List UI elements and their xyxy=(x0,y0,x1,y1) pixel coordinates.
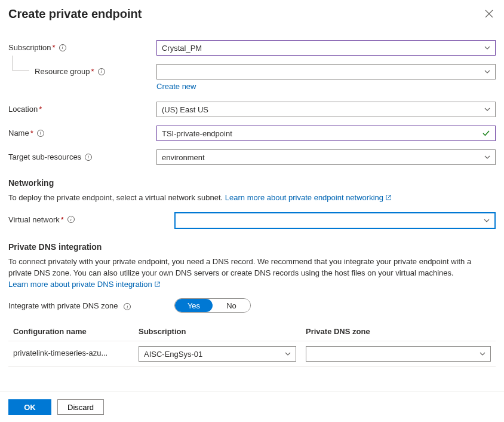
info-icon[interactable]: i xyxy=(37,130,44,137)
external-link-icon xyxy=(385,193,392,200)
external-link-icon xyxy=(154,280,161,286)
chevron-down-icon xyxy=(484,69,490,75)
virtual-network-label: Virtual network xyxy=(8,215,60,224)
required-asterisk: * xyxy=(91,67,94,76)
col-private-dns-zone: Private DNS zone xyxy=(301,323,496,341)
resource-group-label: Resource group xyxy=(35,67,90,76)
integrate-dns-toggle[interactable]: Yes No xyxy=(174,298,251,313)
table-row: privatelink-timeseries-azu... AISC-EngSy… xyxy=(8,341,496,367)
subscription-dropdown[interactable]: Crystal_PM xyxy=(156,40,496,56)
target-sub-resources-label: Target sub-resources xyxy=(8,152,81,161)
config-name-cell: privatelink-timeseries-azu... xyxy=(13,348,107,357)
chevron-down-icon xyxy=(484,106,490,112)
chevron-down-icon xyxy=(484,154,490,160)
virtual-network-dropdown[interactable] xyxy=(174,212,496,229)
info-icon[interactable]: i xyxy=(124,303,131,310)
target-sub-resources-dropdown[interactable]: environment xyxy=(156,149,496,165)
networking-description: To deploy the private endpoint, select a… xyxy=(8,192,496,204)
dns-description: To connect privately with your private e… xyxy=(8,256,496,290)
close-icon[interactable] xyxy=(483,7,496,22)
toggle-no[interactable]: No xyxy=(213,299,250,312)
learn-more-networking-link[interactable]: Learn more about private endpoint networ… xyxy=(225,193,392,202)
dns-heading: Private DNS integration xyxy=(8,242,496,252)
required-asterisk: * xyxy=(39,105,42,114)
required-asterisk: * xyxy=(61,215,64,224)
chevron-down-icon xyxy=(480,351,485,357)
dns-config-table: Configuration name Subscription Private … xyxy=(8,323,496,367)
info-icon[interactable]: i xyxy=(59,44,66,51)
row-subscription-dropdown[interactable]: AISC-EngSys-01 xyxy=(139,346,296,362)
ok-button[interactable]: OK xyxy=(8,399,51,415)
col-config-name: Configuration name xyxy=(8,323,134,341)
required-asterisk: * xyxy=(53,43,56,52)
create-new-link[interactable]: Create new xyxy=(156,82,196,91)
chevron-down-icon xyxy=(484,45,490,51)
integrate-dns-label: Integrate with private DNS zone xyxy=(8,301,118,310)
info-icon[interactable]: i xyxy=(67,216,75,223)
subscription-label: Subscription xyxy=(8,43,51,52)
chevron-down-icon xyxy=(285,351,291,357)
info-icon[interactable]: i xyxy=(98,68,105,75)
toggle-yes[interactable]: Yes xyxy=(175,299,213,312)
location-label: Location xyxy=(8,105,38,114)
required-asterisk: * xyxy=(30,129,33,137)
chevron-down-icon xyxy=(484,218,490,224)
name-input[interactable]: TSI-private-endpoint xyxy=(156,126,496,141)
info-icon[interactable]: i xyxy=(85,154,92,161)
discard-button[interactable]: Discard xyxy=(57,399,104,415)
networking-heading: Networking xyxy=(8,178,496,188)
checkmark-icon xyxy=(482,129,490,137)
row-dns-zone-dropdown[interactable] xyxy=(306,346,491,362)
resource-group-dropdown[interactable] xyxy=(156,64,496,79)
col-subscription: Subscription xyxy=(134,323,301,341)
location-dropdown[interactable]: (US) East US xyxy=(156,102,496,117)
name-label: Name xyxy=(8,129,29,137)
learn-more-dns-link[interactable]: Learn more about private DNS integration xyxy=(8,280,161,289)
panel-title: Create private endpoint xyxy=(8,7,142,21)
